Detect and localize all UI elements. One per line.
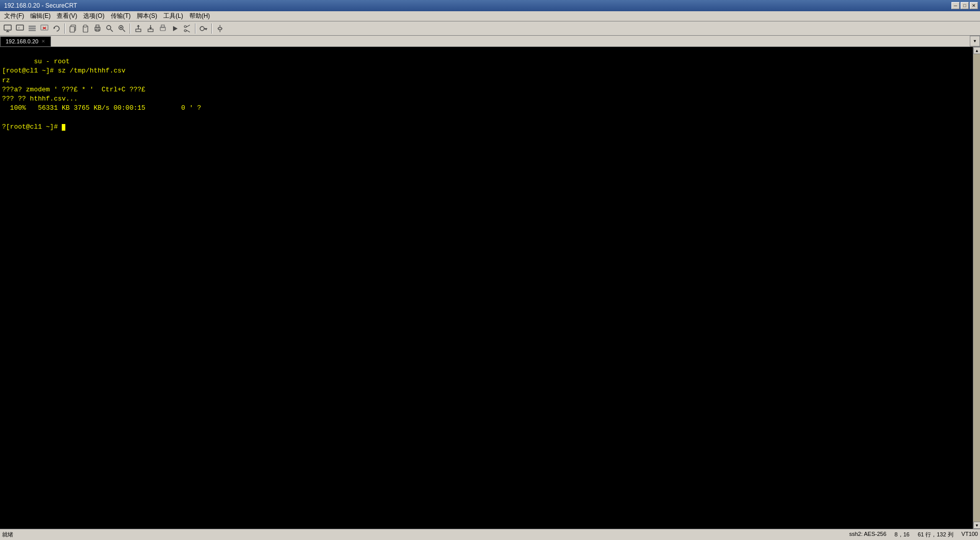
session-manager-button[interactable] xyxy=(27,23,38,34)
reconnect-button[interactable] xyxy=(51,23,62,34)
menu-script[interactable]: 脚本(S) xyxy=(134,11,160,21)
scroll-down-button[interactable]: ▼ xyxy=(973,522,980,529)
svg-line-37 xyxy=(186,30,190,32)
svg-line-20 xyxy=(111,29,113,32)
print2-button[interactable] xyxy=(157,23,168,34)
svg-point-19 xyxy=(107,26,111,30)
menu-view[interactable]: 查看(V) xyxy=(54,11,80,21)
terminal-cursor xyxy=(62,124,65,131)
svg-rect-5 xyxy=(29,26,36,27)
scroll-up-button[interactable]: ▲ xyxy=(973,47,980,54)
print-button[interactable] xyxy=(92,23,103,34)
svg-rect-0 xyxy=(4,25,11,30)
app-window: 192.168.0.20 - SecureCRT ─ □ ✕ 文件(F) 编辑(… xyxy=(0,0,980,540)
terminal-line-5: ??? ?? hthhf.csv... xyxy=(2,95,78,103)
svg-point-35 xyxy=(184,30,186,32)
paste-button[interactable] xyxy=(80,23,91,34)
svg-rect-15 xyxy=(84,25,87,27)
terminal-line-3: rz xyxy=(2,77,10,84)
status-position: 8，16 xyxy=(895,531,910,538)
download-button[interactable] xyxy=(145,23,156,34)
toolbar-sep-1 xyxy=(64,23,65,34)
status-encryption: ssh2: AES-256 xyxy=(849,531,887,538)
tab-label: 192.168.0.20 xyxy=(6,38,38,44)
toolbar: ⚡ xyxy=(0,21,980,36)
window-controls: ─ □ ✕ xyxy=(951,2,978,9)
svg-line-24 xyxy=(123,29,126,32)
menu-file[interactable]: 文件(F) xyxy=(1,11,27,21)
menu-tools[interactable]: 工具(L) xyxy=(160,11,186,21)
close-button[interactable]: ✕ xyxy=(970,2,978,9)
svg-line-36 xyxy=(186,25,190,27)
connect-button[interactable] xyxy=(2,23,13,34)
terminal-line-1: su - root xyxy=(34,58,69,65)
status-terminal-type: VT100 xyxy=(962,531,978,538)
menu-help[interactable]: 帮助(H) xyxy=(186,11,213,21)
scroll-track xyxy=(973,54,980,522)
script-button[interactable] xyxy=(169,23,181,34)
svg-text:⚡: ⚡ xyxy=(18,26,20,30)
svg-rect-25 xyxy=(136,29,141,32)
terminal-output: su - root [root@cl1 ~]# sz /tmp/hthhf.cs… xyxy=(0,47,973,142)
maximize-button[interactable]: □ xyxy=(961,2,969,9)
toolbar-sep-3 xyxy=(195,23,196,34)
menu-transfer[interactable]: 传输(T) xyxy=(108,11,134,21)
terminal-line-2: [root@cl1 ~]# sz /tmp/hthhf.csv xyxy=(2,67,126,75)
quick-connect-button[interactable]: ⚡ xyxy=(14,23,26,34)
terminal-area[interactable]: su - root [root@cl1 ~]# sz /tmp/hthhf.cs… xyxy=(0,47,973,529)
status-text: 就绪 xyxy=(2,531,13,538)
key-button[interactable] xyxy=(198,23,209,34)
vertical-scrollbar[interactable]: ▲ ▼ xyxy=(973,47,980,529)
svg-point-34 xyxy=(184,26,186,28)
svg-rect-13 xyxy=(70,27,75,32)
window-title: 192.168.0.20 - SecureCRT xyxy=(2,2,77,9)
svg-marker-33 xyxy=(173,26,178,31)
status-dimensions: 61 行，132 列 xyxy=(918,531,953,538)
svg-marker-27 xyxy=(137,25,140,27)
svg-rect-8 xyxy=(41,25,48,30)
upload-button[interactable] xyxy=(133,23,144,34)
menu-edit[interactable]: 编辑(E) xyxy=(27,11,54,21)
toolbar-sep-4 xyxy=(211,23,212,34)
disconnect-button[interactable] xyxy=(39,23,50,34)
zoom-in-button[interactable] xyxy=(116,23,128,34)
terminal-prompt-line: ?[root@cl1 ~]# xyxy=(2,123,62,131)
svg-rect-18 xyxy=(96,29,99,31)
status-right: ssh2: AES-256 8，16 61 行，132 列 VT100 xyxy=(849,531,978,538)
find-button[interactable] xyxy=(104,23,115,34)
svg-rect-42 xyxy=(218,28,222,30)
copy-button[interactable] xyxy=(67,23,79,34)
svg-point-38 xyxy=(200,27,204,31)
terminal-line-6: 100% 56331 KB 3765 KB/s 00:00:15 0 ' ? xyxy=(2,104,201,112)
svg-rect-28 xyxy=(148,29,153,32)
settings-button[interactable] xyxy=(214,23,226,34)
menu-options[interactable]: 选项(O) xyxy=(80,11,107,21)
status-bar: 就绪 ssh2: AES-256 8，16 61 行，132 列 VT100 xyxy=(0,529,980,540)
scissors-button[interactable] xyxy=(182,23,193,34)
minimize-button[interactable]: ─ xyxy=(951,2,960,9)
toolbar-sep-2 xyxy=(130,23,131,34)
menu-bar: 文件(F) 编辑(E) 查看(V) 选项(O) 传输(T) 脚本(S) 工具(L… xyxy=(0,11,980,21)
title-bar: 192.168.0.20 - SecureCRT ─ □ ✕ xyxy=(0,0,980,11)
tab-expand-button[interactable]: ▼ xyxy=(970,36,980,46)
tab-close-icon[interactable]: ✕ xyxy=(41,39,45,44)
terminal-line-4: ???a? zmodem ' ???£ * ' Ctrl+C ???£ xyxy=(2,86,145,93)
svg-rect-6 xyxy=(29,28,36,29)
svg-rect-7 xyxy=(29,30,36,31)
session-tab[interactable]: 192.168.0.20 ✕ xyxy=(0,36,51,46)
